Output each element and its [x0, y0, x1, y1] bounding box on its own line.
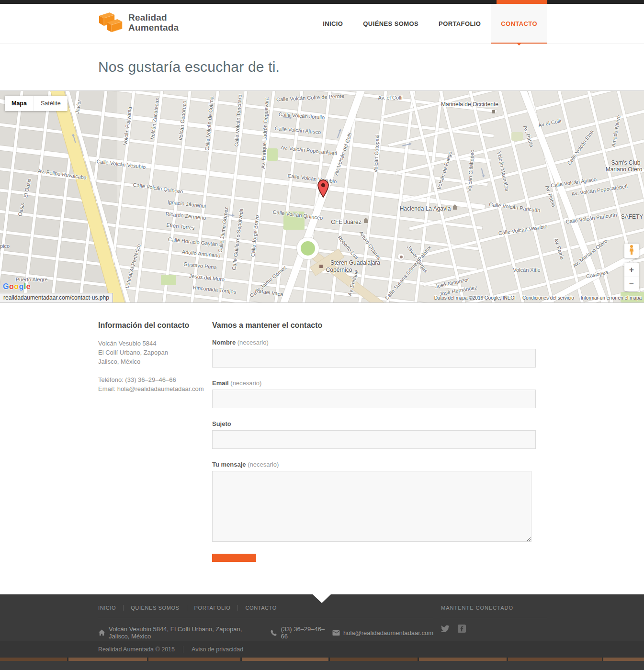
zoom-in-button[interactable]: + — [624, 263, 639, 277]
map-type-control: Mapa Satélite — [5, 96, 68, 111]
stay-connected-heading: MANTENTE CONECTADO — [441, 604, 547, 612]
sujeto-label: Sujeto — [212, 420, 644, 427]
terms-of-service-link[interactable]: Condiciones del servicio — [522, 295, 574, 301]
divider — [123, 605, 124, 611]
report-map-error-link[interactable]: Informar un error en el mapa — [581, 295, 642, 301]
google-logo-letter: g — [19, 282, 24, 290]
phone-line: Teléfono: (33) 36–29–46–66 — [98, 376, 176, 383]
logo-boxes-icon — [98, 10, 123, 34]
facebook-icon[interactable] — [458, 625, 466, 633]
twitter-icon[interactable] — [441, 625, 450, 633]
envelope-icon — [332, 630, 340, 636]
nav-item-quienes-somos[interactable]: QUIÉNES SOMOS — [353, 4, 429, 44]
zoom-out-button[interactable]: − — [624, 277, 639, 291]
footer-nav-inicio[interactable]: INICIO — [98, 605, 116, 611]
map-street-label: CFE Juárez — [331, 219, 361, 225]
footer-nav-quienes-somos[interactable]: QUIÉNES SOMOS — [131, 605, 179, 611]
contact-form: Nombre (necesario) Email (necesario) Suj… — [212, 339, 644, 562]
address-line: El Collí Urbano, Zapopan — [98, 349, 168, 356]
divider — [183, 646, 183, 653]
footer-left-column: INICIO QUIÉNES SOMOS PORTAFOLIO CONTACTO… — [98, 604, 433, 641]
nav-item-portafolio[interactable]: PORTAFOLIO — [429, 4, 491, 44]
map-marker-pin[interactable] — [317, 179, 329, 200]
footer-nav-portafolio[interactable]: PORTAFOLIO — [194, 605, 231, 611]
sujeto-input[interactable] — [212, 430, 536, 449]
map-poi-circle — [398, 254, 404, 260]
nombre-input[interactable] — [212, 349, 536, 368]
form-field-email: Email (necesario) — [212, 380, 644, 408]
title-section: Nos gustaría escuchar de ti. — [0, 44, 644, 90]
email-input[interactable] — [212, 390, 536, 408]
google-logo-letter: e — [26, 282, 31, 290]
footer-thumbnail-strip — [0, 658, 644, 661]
map-street-label: Av. el Colli — [378, 95, 403, 100]
map-zoom-control: + − — [624, 263, 639, 291]
header: Realidad Aumentada INICIO QUIÉNES SOMOS … — [0, 4, 644, 44]
mensaje-textarea[interactable] — [212, 471, 531, 542]
contact-form-column: Vamos a mantener el contacto Nombre (nec… — [212, 321, 644, 594]
email-line: Email: hola@realidadaumetadaar.com — [98, 385, 204, 392]
map-park — [511, 132, 523, 141]
map-poi-marker — [492, 110, 495, 113]
google-logo-letter: o — [9, 282, 14, 290]
map-type-satellite-button[interactable]: Satélite — [34, 96, 68, 111]
phone-email-block: Teléfono: (33) 36–29–46–66 Email: hola@r… — [98, 375, 212, 393]
required-note: (necesario) — [248, 461, 279, 468]
footer: INICIO QUIÉNES SOMOS PORTAFOLIO CONTACTO… — [0, 594, 644, 670]
mensaje-label: Tu mensaje (necesario) — [212, 461, 644, 468]
send-button[interactable] — [212, 554, 256, 562]
google-map[interactable]: Calle Volcán Cofre de PeroteAv. el Colli… — [0, 90, 644, 303]
active-tab-top-accent — [497, 0, 547, 4]
footer-nav: INICIO QUIÉNES SOMOS PORTAFOLIO CONTACTO — [98, 604, 433, 611]
map-street-label: Hacienda La Agavia — [400, 205, 451, 212]
map-street-label: Sam's Club — [611, 159, 641, 166]
page-title: Nos gustaría escuchar de ti. — [98, 59, 644, 75]
top-bar — [0, 0, 644, 4]
footer-email-link[interactable]: hola@realidadaumentadaar.com — [343, 629, 433, 636]
privacy-link[interactable]: Aviso de privacidad — [192, 646, 243, 653]
address-line: Jalisco, México — [98, 358, 140, 365]
logo[interactable]: Realidad Aumentada — [98, 10, 179, 34]
map-street-label: Copérnico — [326, 267, 352, 273]
google-logo-letter: G — [3, 282, 9, 290]
address-line: Volcán Vesubio 5844 — [98, 340, 156, 347]
map-attribution: Datos del mapa ©2016 Google, INEGI Condi… — [434, 295, 642, 301]
content-section: Información del contacto Volcán Vesubio … — [0, 303, 644, 594]
footer-notch — [313, 594, 331, 603]
required-note: (necesario) — [230, 380, 261, 387]
address-block: Volcán Vesubio 5844 El Collí Urbano, Zap… — [98, 339, 212, 366]
map-street-label: Marinela de Occidente — [441, 101, 498, 108]
email-label: Email (necesario) — [212, 380, 644, 387]
main-nav: INICIO QUIÉNES SOMOS PORTAFOLIO CONTACTO — [313, 4, 547, 44]
google-logo[interactable]: Google — [3, 282, 31, 291]
footer-address: Volcán Vesubio 5844, El Collí Urbano, Za… — [109, 625, 263, 640]
required-note: (necesario) — [237, 339, 269, 346]
google-logo-letter: o — [14, 282, 19, 290]
map-poi-marker — [319, 265, 323, 268]
nav-item-inicio[interactable]: INICIO — [313, 4, 353, 44]
footer-nav-contacto[interactable]: CONTACTO — [245, 605, 277, 611]
divider — [441, 618, 547, 618]
form-field-nombre: Nombre (necesario) — [212, 339, 644, 368]
nav-item-contacto[interactable]: CONTACTO — [491, 4, 547, 44]
nombre-label: Nombre (necesario) — [212, 339, 644, 346]
copyright-bar: Realidad Aumentada © 2015 Aviso de priva… — [0, 641, 644, 658]
street-view-pegman-button[interactable] — [624, 244, 639, 258]
pegman-icon — [628, 245, 635, 257]
form-field-mensaje: Tu mensaje (necesario) — [212, 461, 644, 542]
map-type-map-button[interactable]: Mapa — [5, 96, 34, 111]
copyright-text: Realidad Aumentada © 2015 — [98, 646, 175, 653]
footer-right-column: MANTENTE CONECTADO — [441, 604, 547, 641]
map-street-label: SAFETY — [621, 213, 644, 220]
map-street-label: pico — [0, 243, 10, 249]
map-park — [161, 275, 176, 285]
form-field-sujeto: Sujeto — [212, 420, 644, 449]
map-roundabout-green — [301, 241, 315, 256]
map-park — [267, 148, 278, 161]
map-street-label: Mariano Otero — [606, 166, 643, 173]
divider — [187, 605, 187, 611]
contact-info-column: Información del contacto Volcán Vesubio … — [98, 321, 212, 594]
contact-info-heading: Información del contacto — [98, 321, 212, 330]
home-icon — [98, 629, 105, 636]
logo-text: Realidad Aumentada — [128, 12, 179, 33]
